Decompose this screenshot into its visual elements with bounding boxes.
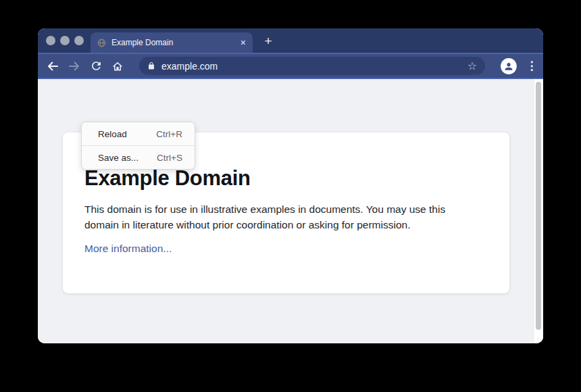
address-bar[interactable]: example.com ☆ bbox=[139, 57, 485, 75]
page-viewport: Example Domain This domain is for use in… bbox=[38, 79, 543, 343]
tab-example-domain[interactable]: Example Domain × bbox=[91, 32, 253, 53]
new-tab-button[interactable]: + bbox=[261, 34, 276, 49]
profile-avatar-icon[interactable] bbox=[500, 57, 517, 75]
scrollbar[interactable] bbox=[534, 79, 543, 343]
menu-item-shortcut: Ctrl+S bbox=[157, 153, 182, 163]
tab-strip: Example Domain × + bbox=[38, 28, 543, 53]
url-text[interactable]: example.com bbox=[161, 61, 218, 72]
back-icon[interactable] bbox=[46, 59, 59, 73]
menu-item-shortcut: Ctrl+R bbox=[156, 129, 182, 139]
window-close-button[interactable] bbox=[46, 36, 55, 45]
window-zoom-button[interactable] bbox=[74, 36, 84, 45]
page-title: Example Domain bbox=[84, 166, 488, 191]
kebab-menu-icon[interactable]: ⋮ bbox=[526, 60, 538, 72]
home-icon[interactable] bbox=[111, 59, 124, 73]
browser-window: Example Domain × + bbox=[38, 28, 543, 343]
scrollbar-thumb[interactable] bbox=[536, 82, 541, 330]
context-menu-item-save-as[interactable]: Save as... Ctrl+S bbox=[82, 146, 195, 169]
page-paragraph: This domain is for use in illustrative e… bbox=[84, 201, 480, 232]
globe-favicon-icon bbox=[97, 39, 106, 47]
menu-item-label: Save as... bbox=[98, 153, 138, 163]
more-information-link[interactable]: More information... bbox=[84, 243, 172, 255]
forward-icon[interactable] bbox=[68, 59, 81, 73]
reload-icon[interactable] bbox=[89, 59, 103, 73]
desktop-background: Example Domain × + bbox=[0, 0, 581, 392]
window-controls bbox=[46, 36, 84, 45]
bookmark-star-icon[interactable]: ☆ bbox=[468, 61, 477, 72]
window-minimize-button[interactable] bbox=[60, 36, 70, 45]
context-menu: Reload Ctrl+R Save as... Ctrl+S bbox=[81, 122, 195, 170]
toolbar: example.com ☆ ⋮ bbox=[38, 53, 543, 79]
tab-title: Example Domain bbox=[111, 38, 173, 47]
context-menu-item-reload[interactable]: Reload Ctrl+R bbox=[82, 122, 195, 145]
lock-icon bbox=[147, 62, 155, 70]
tab-close-icon[interactable]: × bbox=[241, 38, 246, 47]
menu-item-label: Reload bbox=[98, 129, 127, 139]
